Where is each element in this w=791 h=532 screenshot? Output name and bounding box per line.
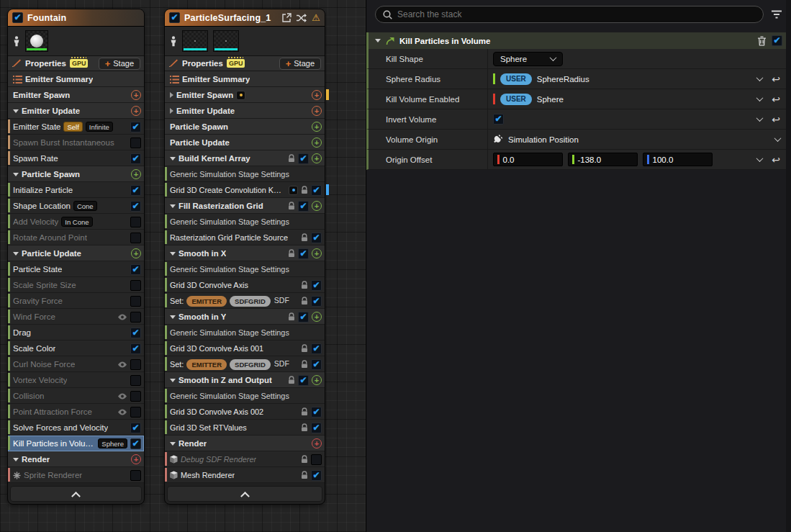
enabled-checkbox[interactable]: ✔ — [130, 343, 141, 354]
add-module-button[interactable]: + — [312, 122, 322, 132]
stack-section-emitter-spawn[interactable]: Emitter Spawn+ — [165, 87, 325, 103]
stack-item-grid-3d-convolve-axis-001[interactable]: Grid 3D Convolve Axis 001✔ — [165, 341, 325, 356]
stack-section-render[interactable]: Render+ — [8, 451, 144, 467]
enabled-checkbox[interactable]: ✔ — [298, 201, 309, 212]
stack-item-curl-noise-force[interactable]: Curl Noise Force — [8, 356, 144, 372]
stack-item-vortex-velocity[interactable]: Vortex Velocity — [8, 372, 144, 388]
vector-component-field[interactable]: 0.0 — [493, 153, 563, 166]
reset-to-default-icon[interactable]: ↩ — [772, 155, 780, 165]
kill-shape-dropdown[interactable]: Sphere — [493, 52, 563, 66]
enabled-checkbox[interactable]: ✔ — [311, 423, 322, 433]
property-row-kill-shape[interactable]: Kill ShapeSphere — [366, 49, 791, 69]
enabled-checkbox[interactable] — [130, 359, 141, 370]
collapse-stack-button[interactable] — [167, 486, 322, 502]
chevron-down-icon[interactable] — [170, 204, 176, 208]
module-enabled-checkbox[interactable]: ✔ — [772, 35, 782, 46]
stack-item-scale-color[interactable]: Scale Color✔ — [8, 341, 144, 356]
open-source-emitter-icon[interactable] — [282, 13, 291, 22]
stack-item-collision[interactable]: Collision — [8, 388, 144, 404]
add-module-button[interactable]: + — [131, 169, 141, 179]
shuffle-icon[interactable] — [297, 14, 307, 22]
renderer-thumbnail-1[interactable] — [182, 30, 208, 52]
enabled-checkbox[interactable]: ✔ — [311, 359, 322, 370]
stack-section-emitter-update[interactable]: Emitter Update+ — [165, 103, 325, 119]
add-module-button[interactable]: + — [312, 375, 322, 385]
stack-section-emitter-update[interactable]: Emitter Update+ — [8, 103, 144, 119]
add-module-button[interactable]: + — [131, 248, 141, 258]
enabled-checkbox[interactable]: ✔ — [130, 423, 141, 433]
renderer-thumbnail-sprite[interactable] — [25, 30, 48, 52]
enabled-checkbox[interactable]: ✔ — [130, 328, 141, 338]
add-module-button[interactable]: + — [131, 90, 141, 100]
emitter-enabled-checkbox[interactable]: ✔ — [169, 12, 180, 23]
chevron-down-icon[interactable] — [170, 379, 176, 382]
enabled-checkbox[interactable] — [130, 470, 141, 481]
enabled-checkbox[interactable]: ✔ — [298, 312, 309, 323]
expand-chevron-icon[interactable] — [774, 135, 782, 142]
chevron-right-icon[interactable] — [170, 92, 173, 98]
property-row-sphere-radius[interactable]: Sphere RadiusUSERSphereRadius↩ — [366, 69, 791, 89]
collapse-stack-button[interactable] — [10, 486, 142, 502]
stack-section-build-kernel-array[interactable]: Build Kernel Array✔+ — [165, 150, 325, 166]
add-stage-button[interactable]: +Stage — [99, 58, 140, 70]
property-row-invert-volume[interactable]: Invert Volume✔↩ — [366, 109, 791, 130]
add-module-button[interactable]: + — [312, 153, 322, 163]
stack-item-grid-3d-convolve-axis[interactable]: Grid 3D Convolve Axis✔ — [165, 277, 325, 293]
stack-item-generic-simulation-stage-settings[interactable]: Generic Simulation Stage Settings — [165, 166, 325, 182]
collapse-triangle-icon[interactable] — [375, 39, 381, 42]
stack-item-kill-particles-in-volume[interactable]: Kill Particles in VolumeSphere✔ — [8, 436, 144, 451]
chevron-down-icon[interactable] — [13, 458, 19, 461]
stack-section-emitter-spawn[interactable]: Emitter Spawn+ — [8, 87, 144, 103]
enabled-checkbox[interactable] — [130, 280, 141, 291]
enabled-checkbox[interactable]: ✔ — [311, 470, 322, 481]
enabled-checkbox[interactable] — [311, 454, 322, 465]
enabled-checkbox[interactable]: ✔ — [493, 114, 504, 125]
stack-item-sprite-renderer[interactable]: Sprite Renderer — [8, 467, 144, 483]
stack-item-scale-sprite-size[interactable]: Scale Sprite Size — [8, 277, 144, 293]
search-bar[interactable] — [375, 6, 764, 23]
enabled-checkbox[interactable]: ✔ — [130, 201, 141, 212]
enabled-checkbox[interactable]: ✔ — [298, 153, 309, 164]
note-dot-badge[interactable] — [289, 186, 298, 195]
stack-item-particle-state[interactable]: Particle State✔ — [8, 261, 144, 277]
stack-item-debug-sdf-renderer[interactable]: Debug SDF Renderer — [165, 451, 325, 467]
enabled-checkbox[interactable]: ✔ — [311, 343, 322, 354]
stack-section-smooth-in-x[interactable]: Smooth in X✔+ — [165, 245, 325, 261]
stack-item-emitter-summary[interactable]: Emitter Summary — [165, 71, 325, 87]
add-module-button[interactable]: + — [312, 201, 322, 211]
stack-item-generic-simulation-stage-settings[interactable]: Generic Simulation Stage Settings — [165, 261, 325, 277]
enabled-checkbox[interactable]: ✔ — [130, 122, 141, 132]
stack-item-rasterization-grid-particle-source[interactable]: Rasterization Grid Particle Source✔ — [165, 230, 325, 245]
add-module-button[interactable]: + — [131, 454, 141, 464]
user-parameter-pill[interactable]: USER — [500, 73, 532, 85]
property-row-origin-offset[interactable]: Origin Offset0.0-138.0100.0↩ — [366, 150, 791, 170]
stack-item-generic-simulation-stage-settings[interactable]: Generic Simulation Stage Settings — [165, 388, 325, 404]
stack-item-mesh-renderer[interactable]: Mesh Renderer✔ — [165, 467, 325, 483]
stack-item-emitter-state[interactable]: Emitter StateSelfInfinite✔ — [8, 119, 144, 135]
stack-item-point-attraction-force[interactable]: Point Attraction Force — [8, 404, 144, 420]
stack-section-smooth-in-y[interactable]: Smooth in Y✔+ — [165, 309, 325, 325]
chevron-down-icon[interactable] — [170, 442, 176, 446]
stack-item-spawn-burst-instantaneous[interactable]: Spawn Burst Instantaneous — [8, 135, 144, 150]
add-module-button[interactable]: + — [312, 438, 322, 448]
stack-section-particle-spawn[interactable]: Particle Spawn+ — [8, 166, 144, 182]
reset-to-default-icon[interactable]: ↩ — [772, 74, 780, 84]
vector-component-field[interactable]: 100.0 — [643, 153, 713, 166]
delete-module-trash-icon[interactable] — [757, 36, 767, 46]
enabled-checkbox[interactable]: ✔ — [311, 280, 322, 291]
stack-item-shape-location[interactable]: Shape LocationCone✔ — [8, 198, 144, 214]
renderer-thumbnail-2[interactable] — [213, 30, 239, 52]
add-module-button[interactable]: + — [131, 106, 141, 116]
stack-section-render[interactable]: Render+ — [165, 436, 325, 451]
enabled-checkbox[interactable] — [130, 233, 141, 243]
expand-chevron-icon[interactable] — [756, 74, 764, 81]
add-module-button[interactable]: + — [312, 248, 322, 258]
enabled-checkbox[interactable]: ✔ — [311, 407, 322, 418]
stack-item-grid-3d-create-convolution-kernel[interactable]: Grid 3D Create Convolution Kernel✔ — [165, 182, 325, 198]
stack-section-fill-rasterization-grid[interactable]: Fill Rasterization Grid✔+ — [165, 198, 325, 214]
expand-chevron-icon[interactable] — [756, 114, 764, 122]
module-header-kill-particles-in-volume[interactable]: Kill Particles in Volume ✔ — [366, 32, 791, 49]
stack-item-grid-3d-convolve-axis-002[interactable]: Grid 3D Convolve Axis 002✔ — [165, 404, 325, 420]
enabled-checkbox[interactable]: ✔ — [298, 248, 309, 259]
note-dot-badge[interactable] — [236, 91, 245, 100]
